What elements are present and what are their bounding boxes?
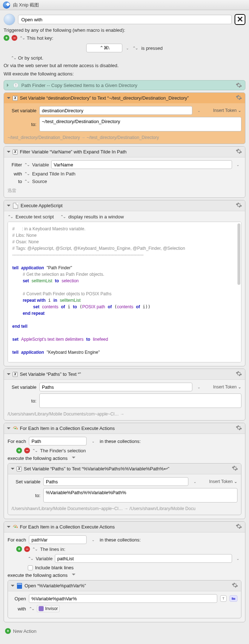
for-each-label: For each [8, 537, 26, 543]
browse-button[interactable] [230, 595, 237, 602]
chevron-down-icon[interactable]: ⌄ [234, 554, 241, 563]
disclosure-triangle-icon[interactable] [11, 468, 14, 471]
updown-icon[interactable]: ⌃⌄ [32, 547, 37, 552]
updown-icon[interactable]: ⌃⌄ [132, 46, 137, 51]
filter-label: Filter [8, 162, 22, 167]
action-header[interactable]: X Set Variable “Paths” to Text “%Variabl… [8, 464, 241, 474]
action-header[interactable]: Execute AppleScript [4, 200, 245, 211]
script-editor[interactable]: # : in a Keyboard Maestro variable. # Li… [8, 222, 241, 362]
variable-name-input[interactable] [43, 477, 188, 486]
updown-icon[interactable]: ⌃⌄ [32, 448, 37, 453]
insert-token-button[interactable]: Insert Token ⌄ [205, 108, 241, 113]
updown-icon[interactable]: ⌃⌄ [60, 214, 65, 219]
variable-name-input[interactable] [39, 383, 192, 391]
updown-icon[interactable]: ⌃⌄ [24, 179, 29, 184]
display-results-option[interactable]: display results in a window [68, 214, 124, 219]
disclosure-triangle-icon[interactable] [11, 585, 14, 588]
action-header[interactable]: X Filter Variable “VarName” with Expand … [4, 147, 245, 157]
updown-icon[interactable]: ⌃⌄ [8, 214, 13, 219]
add-trigger-button[interactable]: + [4, 35, 9, 41]
disclosure-triangle-icon[interactable] [72, 457, 75, 460]
variable-icon: X [13, 149, 18, 155]
remove-trigger-button[interactable]: − [12, 35, 17, 41]
updown-icon[interactable]: ⌃⌄ [28, 556, 33, 561]
exec-text-script-option[interactable]: Execute text script [16, 214, 54, 219]
updown-icon[interactable]: ⌃⌄ [24, 162, 29, 167]
open-path-input[interactable] [29, 594, 217, 603]
app-selector[interactable]: Invisor [37, 605, 60, 612]
add-collection-button[interactable]: + [16, 448, 22, 453]
gear-button[interactable] [232, 465, 238, 473]
close-button[interactable]: ✕ [235, 14, 245, 25]
chevron-down-icon[interactable]: ⌄ [195, 106, 202, 115]
to-text-input[interactable] [39, 393, 241, 408]
execute-actions-label: execute the following actions [8, 573, 67, 578]
gear-button[interactable] [236, 370, 242, 378]
remove-collection-button[interactable]: − [24, 546, 30, 552]
disabled-action-title: Path Finder -- Copy Selected Items to a … [21, 83, 233, 88]
gear-button[interactable] [236, 425, 242, 432]
or-by-script-label: Or by script. [18, 55, 43, 61]
action-header[interactable]: For Each Item in a Collection Execute Ac… [4, 423, 245, 434]
include-blank-checkbox[interactable] [28, 565, 33, 570]
disclosure-triangle-icon[interactable] [72, 574, 75, 577]
add-action-icon: + [5, 628, 11, 634]
disclosure-triangle-icon[interactable] [7, 373, 10, 377]
updown-icon[interactable]: ⌃⌄ [29, 606, 34, 611]
action-header[interactable]: X Set Variable “Paths” to Text “” [4, 369, 245, 380]
insert-token-button[interactable]: Insert Token ⌄ [205, 384, 241, 390]
macro-icon[interactable] [4, 14, 15, 25]
gear-icon[interactable] [236, 82, 242, 88]
macro-name-input[interactable] [18, 15, 232, 24]
xnip-logo-icon [3, 1, 10, 9]
with-value: Expand Tilde In Path [32, 171, 75, 177]
chevron-down-icon[interactable]: ⌄ [89, 437, 97, 445]
scrollbar[interactable] [237, 223, 240, 285]
gear-button[interactable] [236, 202, 242, 209]
to-text-input[interactable]: %Variable%Paths%%Variable%Path% [43, 488, 237, 502]
filter-variable-input[interactable] [51, 160, 232, 169]
trigger-row: + − ⌃⌄ This hot key: [0, 34, 249, 42]
disclosure-triangle-icon[interactable] [7, 205, 10, 208]
disclosure-triangle-icon[interactable] [7, 526, 10, 530]
loop-variable-input[interactable] [29, 437, 87, 445]
hotkey-field[interactable]: ⌃⌘\ [86, 44, 122, 52]
chevron-down-icon[interactable]: ⌄ [89, 535, 97, 544]
updown-icon[interactable]: ⌃⌄ [24, 171, 29, 176]
gear-button[interactable] [236, 148, 242, 156]
disclosure-triangle-icon[interactable] [7, 151, 10, 155]
text-token-button[interactable]: T [220, 595, 227, 602]
hotkey-state-label: is pressed [141, 45, 162, 51]
include-blank-label: Include blank lines [35, 565, 74, 570]
insert-token-button[interactable]: Insert Token ⌄ [201, 479, 237, 484]
updown-icon[interactable]: ⌃⌄ [19, 36, 25, 40]
lines-variable-input[interactable] [55, 554, 232, 563]
or-by-script-row: ⌃⌄ Or by script. [0, 55, 249, 61]
chevron-down-icon[interactable]: ⌄ [191, 477, 198, 486]
disclosure-triangle-icon[interactable] [7, 97, 10, 101]
gear-button[interactable] [232, 582, 238, 589]
to-text-input[interactable]: ~/test_directory/Destination_Directory [39, 117, 241, 131]
info-icon: ! [13, 83, 18, 88]
chevron-down-icon[interactable]: ⌄ [126, 46, 129, 50]
chevron-down-icon[interactable]: ⌄ [195, 383, 202, 391]
action-title: Set Variable “Paths” to Text “” [20, 371, 81, 377]
set-variable-label: Set variable [12, 479, 40, 484]
updown-icon[interactable]: ⌃⌄ [11, 56, 16, 60]
chevron-down-icon[interactable]: ⌄ [234, 160, 241, 169]
webserver-note: Or via the web server but all remote acc… [0, 61, 249, 70]
with-label: with [12, 606, 26, 612]
action-header[interactable]: Open “%Variable%pathVar%” [8, 580, 241, 591]
loop-variable-input[interactable] [29, 535, 87, 544]
add-collection-button[interactable]: + [16, 546, 22, 552]
action-header[interactable]: X Set Variable “destinationDirectory” to… [4, 93, 245, 103]
gear-button[interactable] [236, 523, 242, 531]
gear-button[interactable] [236, 94, 242, 102]
disclosure-triangle-icon[interactable] [7, 427, 10, 431]
disabled-action[interactable]: ! Path Finder -- Copy Selected Items to … [4, 80, 245, 90]
variable-name-input[interactable] [39, 106, 192, 115]
new-action-row[interactable]: + New Action [0, 625, 249, 640]
action-header[interactable]: For Each Item in a Collection Execute Ac… [4, 522, 245, 532]
loop-icon [13, 525, 18, 530]
remove-collection-button[interactable]: − [24, 448, 30, 453]
